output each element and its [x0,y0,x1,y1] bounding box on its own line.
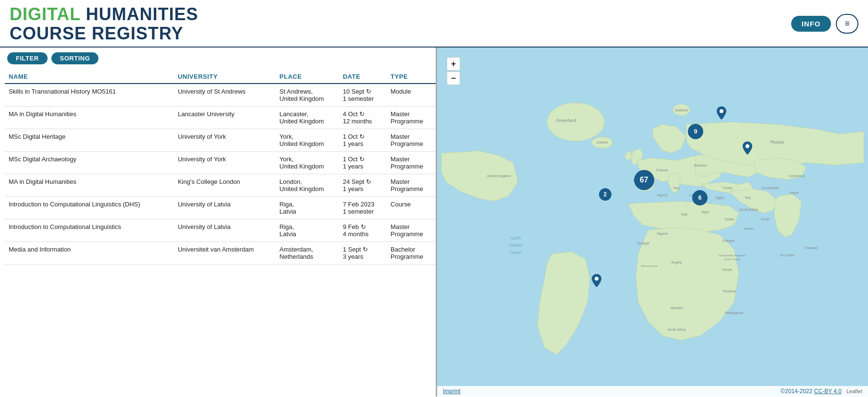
svg-text:Niger: Niger [701,210,709,214]
filter-button[interactable]: FILTER [7,52,48,64]
cell-place: Riga,Latvia [276,197,339,219]
svg-text:Belarus: Belarus [694,163,707,168]
table-row[interactable]: MSc Digital Archaeology University of Yo… [5,152,436,174]
cell-name: MA in Digital Humanities [5,174,174,197]
svg-text:France: France [656,168,668,172]
zoom-out-button[interactable]: − [447,72,460,85]
zoom-in-button[interactable]: + [447,57,460,71]
cell-university: University of St Andrews [174,84,276,107]
svg-text:Oman: Oman [761,217,770,221]
svg-text:Madagascar: Madagascar [725,311,744,315]
svg-text:Greenland: Greenland [556,118,576,123]
map-marker-2[interactable]: 2 [599,188,611,201]
map-controls: + − [447,57,460,85]
svg-point-46 [595,277,599,281]
cell-type: MasterProgramme [387,219,436,242]
col-type[interactable]: TYPE [387,70,436,84]
map-marker-9[interactable]: 9 [688,124,703,139]
sorting-button[interactable]: SORTING [51,52,99,64]
table-row[interactable]: MSc Digital Heritage University of York … [5,129,436,152]
svg-text:Sudan: Sudan [724,217,734,221]
svg-text:Angola: Angola [672,261,682,265]
cell-university: Universiteit van Amsterdam [174,242,276,265]
cell-date: 9 Feb ↻4 months [339,219,387,242]
left-panel: FILTER SORTING NAME UNIVERSITY PLACE DAT… [0,48,437,397]
map-pin-southamerica[interactable] [592,274,601,289]
svg-text:Thailand: Thailand [805,246,818,250]
cell-type: Module [387,84,436,107]
svg-text:South Africa: South Africa [668,328,686,331]
svg-text:Kazakhstan: Kazakhstan [761,186,779,190]
svg-text:Nepal: Nepal [790,191,799,195]
cell-name: MSc Digital Archaeology [5,152,174,174]
leaflet-badge: Leaflet [846,388,862,394]
svg-text:Ocean: Ocean [509,250,522,255]
info-button[interactable]: INFO [791,16,831,32]
cell-place: London,United Kingdom [276,174,339,197]
svg-text:Yemen: Yemen [744,227,754,230]
svg-text:Turkey: Turkey [722,186,733,190]
cell-date: 1 Oct ↻1 years [339,152,387,174]
main-layout: FILTER SORTING NAME UNIVERSITY PLACE DAT… [0,48,868,397]
cell-name: Skills in Transnational History MO5161 [5,84,174,107]
table-row[interactable]: Introduction to Computational Linguistic… [5,219,436,242]
table-row[interactable]: Media and Information Universiteit van A… [5,242,436,265]
svg-text:Atlantic: Atlantic [508,243,523,248]
cell-university: University of York [174,129,276,152]
cell-date: 10 Sept ↻1 semester [339,84,387,107]
cell-name: Media and Information [5,242,174,265]
col-place[interactable]: PLACE [276,70,339,84]
table-header-row: NAME UNIVERSITY PLACE DATE TYPE [5,70,436,84]
cell-date: 1 Oct ↻1 years [339,129,387,152]
svg-text:Nigeria: Nigeria [657,232,667,236]
svg-text:Sierra Leone: Sierra Leone [641,265,658,267]
cell-date: 4 Oct ↻12 months [339,107,387,129]
header-buttons: INFO ≡ [791,14,858,34]
imprint-link[interactable]: Imprint [443,388,461,395]
col-name[interactable]: NAME [5,70,174,84]
cell-university: University of Latvia [174,197,276,219]
cell-date: 1 Sept ↻3 years [339,242,387,265]
map-marker-67[interactable]: 67 [634,170,654,190]
svg-point-45 [746,144,749,148]
cell-type: MasterProgramme [387,174,436,197]
right-panel: Greenland Iceland Svalbard Russia France… [437,48,868,397]
cell-name: Introduction to Computational Linguistic… [5,197,174,219]
map-marker-6[interactable]: 6 [692,190,708,205]
svg-text:Svalbard: Svalbard [675,108,688,112]
svg-text:Uzbekistan: Uzbekistan [788,174,805,178]
svg-text:Saudi Arabia: Saudi Arabia [739,208,758,211]
cell-type: BachelorProgramme [387,242,436,265]
cell-university: University of York [174,152,276,174]
svg-text:Italy: Italy [673,186,680,190]
cell-place: Amsterdam,Netherlands [276,242,339,265]
table-row[interactable]: Skills in Transnational History MO5161 U… [5,84,436,107]
map-svg: Greenland Iceland Svalbard Russia France… [437,48,868,397]
svg-point-44 [720,109,723,113]
copyright-text: ©2014-2022 CC-BY 4.0 Leaflet [781,388,862,395]
menu-button[interactable]: ≡ [836,14,858,34]
table-row[interactable]: MA in Digital Humanities King's College … [5,174,436,197]
svg-text:Ethiopia: Ethiopia [722,239,734,243]
logo: DIGITAL HUMANITIES COURSE REGISTRY [10,5,198,43]
cell-date: 7 Feb 20231 semester [339,197,387,219]
course-table: NAME UNIVERSITY PLACE DATE TYPE Skills i… [5,70,436,265]
cell-name: MSc Digital Heritage [5,129,174,152]
table-row[interactable]: MA in Digital Humanities Lancaster Unive… [5,107,436,129]
col-date[interactable]: DATE [339,70,387,84]
svg-text:Senegal: Senegal [637,241,649,245]
logo-line1: DIGITAL HUMANITIES [10,5,198,24]
cell-place: Lancaster,United Kingdom [276,107,339,129]
cell-university: King's College London [174,174,276,197]
table-row[interactable]: Introduction to Computational Linguistic… [5,197,436,219]
map-pin-russia[interactable] [717,107,726,121]
svg-text:Russia: Russia [771,140,784,144]
col-university[interactable]: UNIVERSITY [174,70,276,84]
logo-line2: COURSE REGISTRY [10,24,198,43]
map-pin-east[interactable] [743,142,752,156]
svg-text:Namibia: Namibia [671,306,683,310]
svg-text:Tanzania: Tanzania [722,289,736,293]
svg-text:North: North [510,236,521,241]
license-link[interactable]: CC-BY 4.0 [814,388,842,395]
header: DIGITAL HUMANITIES COURSE REGISTRY INFO … [0,0,868,48]
